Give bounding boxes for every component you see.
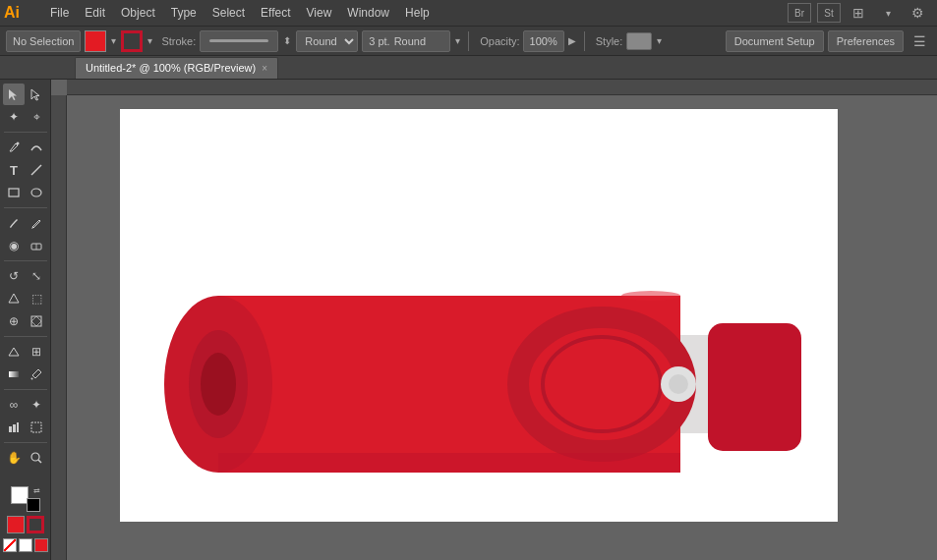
free-transform-tool[interactable]: ⬚ — [26, 288, 47, 309]
default-colors: ⇄ — [11, 486, 40, 512]
svg-rect-16 — [9, 426, 12, 432]
menu-edit[interactable]: Edit — [78, 4, 112, 22]
menu-help[interactable]: Help — [398, 4, 437, 22]
svg-line-11 — [9, 348, 14, 356]
svg-rect-19 — [31, 422, 41, 432]
mesh-tool[interactable]: ⊞ — [26, 341, 47, 363]
color-swatches: ⇄ — [0, 478, 51, 556]
stroke-arrow[interactable]: ▾ — [146, 35, 153, 46]
workspace-icon[interactable]: ⊞ — [847, 3, 870, 23]
default-stroke[interactable] — [27, 498, 40, 512]
stroke-weight-box — [200, 30, 278, 52]
blend-tool[interactable]: ∞ — [3, 394, 25, 416]
style-swatch[interactable] — [626, 32, 652, 50]
scale-tool[interactable]: ⤡ — [26, 265, 47, 287]
stroke-color[interactable] — [121, 30, 143, 52]
menu-select[interactable]: Select — [205, 4, 252, 22]
selection-display: No Selection — [6, 30, 81, 52]
red-swatch[interactable] — [34, 538, 48, 552]
pt-round-display: 3 pt. Round — [362, 30, 450, 52]
ellipse-tool[interactable] — [26, 182, 47, 203]
tab-close-button[interactable]: × — [262, 63, 267, 74]
tab-title: Untitled-2* @ 100% (RGB/Preview) — [86, 62, 256, 74]
stock-icon[interactable]: St — [817, 3, 841, 23]
menu-object[interactable]: Object — [114, 4, 162, 22]
fill-arrow[interactable]: ▾ — [110, 35, 117, 46]
bridge-icon[interactable]: Br — [788, 3, 811, 23]
svg-line-12 — [14, 348, 19, 356]
menu-bar: Ai File Edit Object Type Select Effect V… — [0, 0, 937, 27]
svg-rect-27 — [708, 323, 801, 451]
stroke-type-select[interactable]: Round Miter Bevel — [296, 30, 358, 52]
rotate-tool[interactable]: ↺ — [3, 265, 25, 287]
artboard-tool[interactable] — [26, 417, 47, 438]
type-tool[interactable]: T — [3, 159, 25, 181]
zoom-tool[interactable] — [26, 447, 47, 469]
opacity-group: Opacity: 100% ▶ — [476, 30, 577, 52]
fill-swatch[interactable] — [7, 516, 25, 533]
blob-brush-tool[interactable]: ◉ — [3, 235, 25, 256]
menu-view[interactable]: View — [300, 4, 339, 22]
pen-tool[interactable] — [3, 137, 25, 158]
document-canvas[interactable] — [120, 109, 838, 522]
magic-wand-tool[interactable]: ✦ — [3, 106, 25, 128]
stroke-weight-arrows[interactable]: ⬍ — [282, 35, 292, 46]
svg-point-25 — [201, 353, 236, 416]
document-tabs: Untitled-2* @ 100% (RGB/Preview) × — [0, 56, 937, 80]
svg-marker-9 — [9, 294, 19, 303]
document-tab[interactable]: Untitled-2* @ 100% (RGB/Preview) × — [75, 57, 278, 79]
svg-rect-33 — [218, 453, 680, 473]
shape-builder-tool[interactable]: ⊕ — [3, 310, 25, 332]
ruler-vertical — [51, 95, 67, 560]
lasso-tool[interactable]: ⌖ — [26, 106, 47, 128]
menu-type[interactable]: Type — [164, 4, 204, 22]
app-logo: Ai — [4, 4, 33, 22]
menu-window[interactable]: Window — [340, 4, 396, 22]
eyedropper-tool[interactable] — [26, 364, 47, 385]
symbol-spray-tool[interactable]: ✦ — [26, 394, 47, 416]
opacity-expand[interactable]: ▶ — [567, 35, 577, 46]
eraser-tool[interactable] — [26, 235, 47, 256]
rectangle-tool[interactable] — [3, 182, 25, 203]
fill-color[interactable] — [85, 30, 106, 52]
menu-effect[interactable]: Effect — [254, 4, 297, 22]
column-graph-tool[interactable] — [3, 417, 25, 438]
svg-point-20 — [31, 453, 39, 461]
svg-rect-14 — [9, 371, 19, 377]
svg-point-31 — [669, 374, 688, 394]
shaper-tool[interactable] — [3, 288, 25, 309]
gradient-tool[interactable] — [3, 364, 25, 385]
svg-line-15 — [31, 378, 32, 379]
white-swatch[interactable] — [19, 538, 32, 552]
perspective-grid-tool[interactable] — [3, 341, 25, 363]
workspace-dropdown[interactable]: ▾ — [876, 3, 900, 23]
svg-marker-0 — [9, 89, 17, 100]
svg-marker-1 — [31, 89, 39, 100]
document-setup-button[interactable]: Document Setup — [726, 30, 824, 52]
line-tool[interactable] — [26, 159, 47, 181]
svg-line-3 — [31, 165, 41, 175]
arrange-icon[interactable]: ☰ — [908, 31, 931, 51]
ruler-horizontal — [67, 80, 937, 95]
paintbrush-tool[interactable] — [3, 212, 25, 234]
style-arrow[interactable]: ▾ — [656, 35, 663, 46]
svg-rect-17 — [13, 424, 16, 432]
svg-rect-10 — [31, 316, 41, 326]
swap-icon[interactable]: ⇄ — [33, 486, 40, 495]
hand-tool[interactable]: ✋ — [3, 447, 25, 469]
direct-select-tool[interactable] — [26, 84, 47, 105]
opacity-value[interactable]: 100% — [523, 30, 564, 52]
style-label: Style: — [596, 35, 623, 47]
svg-point-32 — [621, 291, 680, 301]
none-swatch[interactable] — [3, 538, 17, 552]
pt-round-arrow[interactable]: ▾ — [454, 35, 461, 46]
select-tool[interactable] — [3, 84, 25, 105]
pencil-tool[interactable] — [26, 212, 47, 234]
search-icon[interactable]: ⚙ — [906, 3, 929, 23]
canvas-area — [51, 80, 937, 560]
live-paint-tool[interactable] — [26, 310, 47, 332]
curvature-tool[interactable] — [26, 137, 47, 158]
preferences-button[interactable]: Preferences — [828, 30, 904, 52]
menu-file[interactable]: File — [43, 4, 76, 22]
stroke-swatch[interactable] — [27, 516, 44, 533]
